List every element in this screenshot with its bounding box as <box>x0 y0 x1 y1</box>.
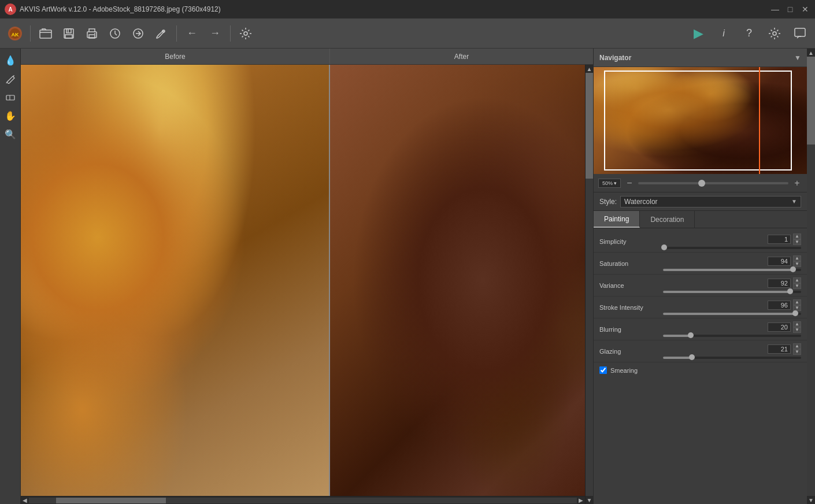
blurring-up[interactable]: ▲ <box>793 321 801 327</box>
logo-button[interactable]: AK <box>5 23 25 44</box>
svg-rect-6 <box>65 35 72 38</box>
save-button[interactable] <box>58 23 79 44</box>
open-button[interactable] <box>35 23 56 44</box>
variance-slider-area: ▲ ▼ <box>663 277 801 293</box>
h-scroll-thumb[interactable] <box>56 498 166 503</box>
glazing-up[interactable]: ▲ <box>793 343 801 349</box>
zoom-percent-dropdown[interactable]: 50% ▾ <box>598 179 621 188</box>
style-select-dropdown[interactable]: Watercolor ▼ <box>620 196 801 207</box>
brush-button[interactable] <box>151 23 172 44</box>
settings-list: Simplicity ▲ ▼ <box>594 228 807 504</box>
smearing-checkbox[interactable] <box>599 366 607 374</box>
blurring-slider[interactable] <box>663 335 801 337</box>
right-scroll-thumb[interactable] <box>807 57 815 144</box>
after-image <box>330 65 585 496</box>
zoom-minus-button[interactable]: − <box>624 178 635 188</box>
h-scroll-right[interactable]: ▶ <box>577 496 585 504</box>
simplicity-slider[interactable] <box>663 247 801 249</box>
blurring-down[interactable]: ▼ <box>793 327 801 333</box>
after-canvas[interactable] <box>330 65 585 496</box>
v-scroll-up[interactable]: ▲ <box>586 65 593 73</box>
tab-decoration[interactable]: Decoration <box>640 211 695 228</box>
simplicity-down[interactable]: ▼ <box>793 239 801 245</box>
blurring-label: Blurring <box>599 326 663 333</box>
blurring-row: Blurring ▲ ▼ <box>594 318 807 340</box>
navigator-preview[interactable] <box>594 67 807 174</box>
saturation-slider[interactable] <box>663 269 801 271</box>
zoom-slider[interactable] <box>638 182 788 184</box>
after-label: After <box>330 49 593 64</box>
settings-button[interactable] <box>235 23 256 44</box>
title-bar: A AKVIS ArtWork v.12.0 - AdobeStock_8819… <box>0 0 815 18</box>
app-icon: A <box>5 3 16 15</box>
variance-slider[interactable] <box>663 291 801 293</box>
forward-button[interactable]: → <box>205 23 225 44</box>
canvas-v-scrollbar[interactable]: ▲ ▼ <box>585 65 593 504</box>
maximize-button[interactable]: □ <box>785 4 795 14</box>
v-scroll-thumb[interactable] <box>586 73 593 179</box>
before-canvas[interactable] <box>21 65 330 496</box>
saturation-up[interactable]: ▲ <box>793 255 801 261</box>
chat-button[interactable] <box>790 23 810 44</box>
zoom-tool[interactable]: 🔍 <box>2 126 18 142</box>
back-button[interactable]: ← <box>181 23 202 44</box>
minimize-button[interactable]: — <box>770 4 780 14</box>
saturation-value[interactable] <box>768 257 791 266</box>
blurring-spinners: ▲ ▼ <box>793 321 801 333</box>
settings-tabs: Painting Decoration <box>594 211 807 228</box>
zoom-slider-thumb[interactable] <box>698 180 705 187</box>
stroke-intensity-slider[interactable] <box>663 313 801 315</box>
stroke-intensity-label: Stroke Intensity <box>599 304 663 311</box>
eraser-tool[interactable] <box>2 89 18 105</box>
export2-button[interactable] <box>128 23 149 44</box>
stroke-intensity-thumb[interactable] <box>792 310 798 316</box>
preferences-button[interactable] <box>764 23 785 44</box>
h-scroll-track[interactable] <box>29 498 577 503</box>
drop-tool[interactable]: 💧 <box>2 52 18 68</box>
v-scroll-track[interactable] <box>586 73 593 496</box>
play-button[interactable]: ▶ <box>688 23 709 44</box>
export1-button[interactable] <box>105 23 125 44</box>
pen-tool[interactable] <box>2 71 18 87</box>
toolbar-separator-2 <box>176 25 177 42</box>
blurring-value[interactable] <box>768 323 791 332</box>
stroke-intensity-value[interactable] <box>768 301 791 310</box>
smearing-label[interactable]: Smearing <box>610 367 638 374</box>
main-area: 💧 ✋ 🔍 Before After <box>0 49 815 504</box>
glazing-slider-area: ▲ ▼ <box>663 343 801 359</box>
close-button[interactable]: ✕ <box>800 4 810 14</box>
canvas-h-scrollbar[interactable]: ◀ ▶ <box>21 496 585 504</box>
variance-down[interactable]: ▼ <box>793 283 801 289</box>
right-panel-wrapper: Navigator ▼ 50% ▾ − <box>593 49 815 504</box>
right-scroll-up[interactable]: ▲ <box>807 49 815 57</box>
right-panel-scrollbar[interactable]: ▲ ▼ <box>807 49 815 504</box>
variance-value[interactable] <box>768 279 791 288</box>
zoom-plus-button[interactable]: + <box>792 178 802 188</box>
h-scroll-left[interactable]: ◀ <box>21 496 29 504</box>
hand-tool[interactable]: ✋ <box>2 108 18 124</box>
canvas-area: Before After ◀ <box>21 49 593 504</box>
help-button[interactable]: ? <box>739 23 760 44</box>
right-scroll-track[interactable] <box>807 57 815 496</box>
info-button[interactable]: i <box>713 23 734 44</box>
simplicity-thumb[interactable] <box>661 244 667 250</box>
stroke-intensity-slider-area: ▲ ▼ <box>663 299 801 315</box>
saturation-thumb[interactable] <box>790 266 796 272</box>
glazing-thumb[interactable] <box>689 354 695 360</box>
glazing-value[interactable] <box>768 344 791 354</box>
v-scroll-down[interactable]: ▼ <box>586 496 593 504</box>
right-scroll-down[interactable]: ▼ <box>807 496 815 504</box>
stroke-intensity-up[interactable]: ▲ <box>793 299 801 305</box>
simplicity-up[interactable]: ▲ <box>793 234 801 239</box>
tab-painting[interactable]: Painting <box>594 211 640 228</box>
variance-thumb[interactable] <box>787 288 793 294</box>
blurring-value-box: ▲ ▼ <box>663 321 801 333</box>
blurring-thumb[interactable] <box>688 332 694 338</box>
glazing-down[interactable]: ▼ <box>793 349 801 355</box>
toolbar: AK <box>0 18 815 49</box>
print-button[interactable] <box>82 23 102 44</box>
simplicity-value[interactable] <box>768 235 791 244</box>
glazing-slider[interactable] <box>663 357 801 359</box>
variance-up[interactable]: ▲ <box>793 277 801 283</box>
navigator-expand-icon[interactable]: ▼ <box>794 54 801 62</box>
